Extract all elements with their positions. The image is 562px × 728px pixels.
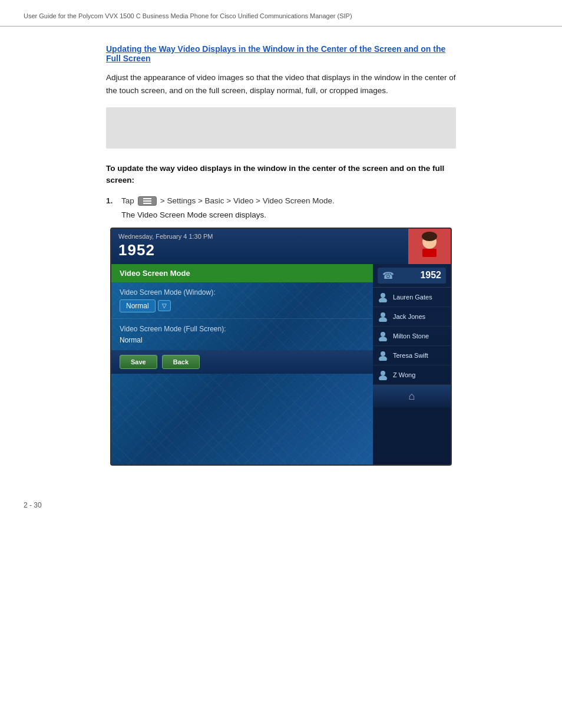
contact-name: Jack Jones bbox=[393, 313, 425, 320]
contact-item-teresa-swift[interactable]: Teresa Swift bbox=[373, 346, 451, 365]
phone-datetime: Wednesday, February 4 1:30 PM bbox=[118, 233, 401, 240]
contact-avatar-icon bbox=[376, 291, 389, 304]
window-mode-value-box: Normal ▽ bbox=[120, 299, 365, 312]
step-path: > Settings > Basic > Video > Video Scree… bbox=[160, 196, 335, 205]
svg-point-11 bbox=[379, 317, 387, 322]
contact-top: ☎ 1952 bbox=[373, 264, 451, 288]
contact-avatar-icon bbox=[376, 310, 389, 323]
home-button[interactable]: ⌂ bbox=[373, 385, 451, 407]
svg-point-14 bbox=[381, 351, 385, 356]
svg-rect-2 bbox=[143, 203, 151, 204]
svg-point-10 bbox=[381, 312, 385, 317]
contact-name: Teresa Swift bbox=[393, 352, 428, 359]
page-footer: 2 - 30 bbox=[0, 483, 562, 521]
contact-avatar-icon bbox=[376, 349, 389, 362]
contact-icon-svg bbox=[378, 331, 388, 341]
header-text: User Guide for the Polycom VVX 1500 C Bu… bbox=[24, 12, 352, 19]
contact-item-lauren-gates[interactable]: Lauren Gates bbox=[373, 288, 451, 307]
step-note: The Video Screen Mode screen displays. bbox=[121, 210, 456, 219]
phone-body: Video Screen Mode Video Screen Mode (Win… bbox=[111, 264, 451, 465]
phone-bottom-buttons: Save Back bbox=[111, 350, 373, 374]
contact-name: Milton Stone bbox=[393, 332, 429, 340]
contact-name: Lauren Gates bbox=[393, 294, 432, 301]
contact-name: Z Wong bbox=[393, 371, 415, 378]
svg-point-16 bbox=[381, 371, 385, 375]
svg-rect-0 bbox=[143, 198, 151, 199]
main-content: Updating the Way Video Displays in the W… bbox=[0, 27, 562, 483]
phone-screen: Wednesday, February 4 1:30 PM 1952 bbox=[110, 228, 452, 466]
phone-settings-panel: Video Screen Mode Video Screen Mode (Win… bbox=[111, 264, 373, 465]
contact-item-milton-stone[interactable]: Milton Stone bbox=[373, 327, 451, 346]
instruction-heading: To update the way video displays in the … bbox=[106, 163, 456, 187]
page-number: 2 - 30 bbox=[24, 501, 42, 509]
svg-rect-1 bbox=[143, 200, 151, 202]
window-mode-label: Video Screen Mode (Window): bbox=[120, 288, 365, 297]
image-placeholder bbox=[106, 107, 456, 149]
section-body: Adjust the appearance of video images so… bbox=[106, 71, 456, 97]
window-mode-row: Video Screen Mode (Window): Normal ▽ bbox=[111, 282, 373, 318]
page-header: User Guide for the Polycom VVX 1500 C Bu… bbox=[0, 0, 562, 27]
phone-contacts-panel: ☎ 1952 Lauren Gates bbox=[373, 264, 451, 465]
dropdown-icon[interactable]: ▽ bbox=[158, 300, 171, 311]
fullscreen-mode-row: Video Screen Mode (Full Screen): Normal bbox=[111, 318, 373, 350]
contact-avatar-icon bbox=[376, 330, 389, 342]
contact-item-jack-jones[interactable]: Jack Jones bbox=[373, 307, 451, 327]
svg-point-5 bbox=[422, 232, 437, 241]
step-1-row: 1. Tap > Settings > Basic > Video > Vide… bbox=[106, 196, 456, 206]
contact-extension: 1952 bbox=[420, 270, 441, 281]
contact-avatar-icon bbox=[376, 368, 389, 381]
back-button[interactable]: Back bbox=[162, 355, 200, 369]
svg-point-9 bbox=[379, 298, 387, 302]
fullscreen-mode-label: Video Screen Mode (Full Screen): bbox=[120, 325, 365, 333]
fullscreen-mode-value: Normal bbox=[120, 336, 365, 344]
contact-icon-svg bbox=[378, 370, 388, 380]
svg-point-8 bbox=[381, 293, 385, 298]
svg-rect-7 bbox=[422, 249, 437, 257]
menu-icon bbox=[143, 198, 151, 204]
avatar-image bbox=[412, 229, 447, 264]
settings-header: Video Screen Mode bbox=[111, 264, 373, 282]
svg-point-13 bbox=[379, 337, 387, 341]
contact-icon-svg bbox=[378, 350, 388, 361]
svg-point-17 bbox=[379, 375, 387, 380]
svg-point-12 bbox=[381, 332, 385, 337]
contact-ext-display: ☎ 1952 bbox=[378, 268, 446, 284]
contact-icon-svg bbox=[378, 311, 388, 322]
phone-topbar: Wednesday, February 4 1:30 PM 1952 bbox=[111, 229, 451, 264]
section-title: Updating the Way Video Displays in the W… bbox=[106, 44, 456, 63]
window-mode-value[interactable]: Normal bbox=[120, 299, 156, 312]
save-button[interactable]: Save bbox=[120, 355, 157, 369]
svg-point-15 bbox=[379, 356, 387, 361]
contact-item-z-wong[interactable]: Z Wong bbox=[373, 365, 451, 385]
phone-extension: 1952 bbox=[118, 241, 401, 259]
contact-icon-svg bbox=[378, 292, 388, 302]
phone-icon: ☎ bbox=[382, 270, 394, 281]
phone-topbar-left: Wednesday, February 4 1:30 PM 1952 bbox=[111, 229, 408, 264]
phone-avatar bbox=[408, 229, 451, 264]
step-number: 1. bbox=[106, 196, 117, 205]
settings-icon-button[interactable] bbox=[138, 196, 157, 206]
step-tap-label: Tap bbox=[121, 196, 134, 205]
